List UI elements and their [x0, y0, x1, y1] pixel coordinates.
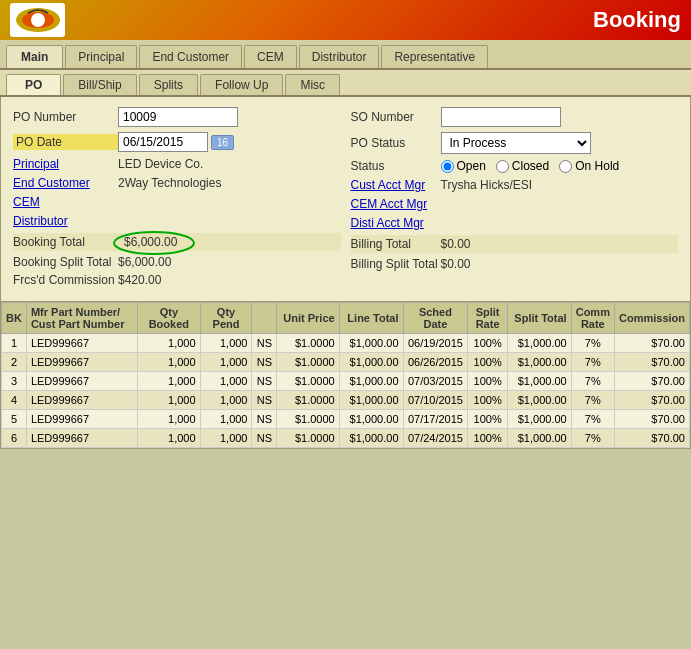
cell-qty-pend: 1,000	[200, 372, 252, 391]
tab-principal[interactable]: Principal	[65, 45, 137, 68]
col-split-rate: Split Rate	[468, 303, 508, 334]
table-row[interactable]: 1 LED999667 1,000 1,000 NS $1.0000 $1,00…	[2, 334, 690, 353]
so-number-row: SO Number	[351, 107, 679, 127]
cell-ns: NS	[252, 391, 277, 410]
principal-link[interactable]: Principal	[13, 157, 118, 171]
cell-comm-rate: 7%	[571, 372, 614, 391]
po-status-row: PO Status In Process Closed Cancelled Op…	[351, 132, 679, 154]
cell-unit-price: $1.0000	[277, 410, 339, 429]
cell-part: LED999667	[26, 353, 137, 372]
end-customer-value: 2Way Technologies	[118, 176, 221, 190]
col-qty-pend: Qty Pend	[200, 303, 252, 334]
cell-ns: NS	[252, 353, 277, 372]
table-row[interactable]: 3 LED999667 1,000 1,000 NS $1.0000 $1,00…	[2, 372, 690, 391]
frcs-commission-label: Frcs'd Commission	[13, 273, 118, 287]
cell-ns: NS	[252, 429, 277, 448]
cell-bk: 5	[2, 410, 27, 429]
table-row[interactable]: 4 LED999667 1,000 1,000 NS $1.0000 $1,00…	[2, 391, 690, 410]
booking-total-row: Booking Total $6,000.00	[13, 233, 341, 251]
cell-ns: NS	[252, 334, 277, 353]
cell-commission: $70.00	[614, 391, 689, 410]
principal-row: Principal LED Device Co.	[13, 157, 341, 171]
cell-comm-rate: 7%	[571, 353, 614, 372]
status-closed-radio[interactable]: Closed	[496, 159, 549, 173]
col-bk: BK	[2, 303, 27, 334]
po-status-select[interactable]: In Process Closed Cancelled Open	[441, 132, 591, 154]
table-row[interactable]: 2 LED999667 1,000 1,000 NS $1.0000 $1,00…	[2, 353, 690, 372]
po-date-input[interactable]	[118, 132, 208, 152]
sub-tab-misc[interactable]: Misc	[285, 74, 340, 95]
status-radio-group: Open Closed On Hold	[441, 159, 620, 173]
table-section: BK Mfr Part Number/Cust Part Number Qty …	[0, 302, 691, 449]
cell-sched-date: 07/03/2015	[403, 372, 468, 391]
header-logo	[10, 3, 65, 37]
cell-sched-date: 06/26/2015	[403, 353, 468, 372]
tab-cem[interactable]: CEM	[244, 45, 297, 68]
header: Booking	[0, 0, 691, 40]
cell-split-total: $1,000.00	[507, 372, 571, 391]
cell-line-total: $1,000.00	[339, 353, 403, 372]
cell-bk: 6	[2, 429, 27, 448]
cell-bk: 2	[2, 353, 27, 372]
cell-part: LED999667	[26, 334, 137, 353]
nav-tabs: Main Principal End Customer CEM Distribu…	[0, 40, 691, 70]
booking-split-total-row: Booking Split Total $6,000.00	[13, 255, 341, 269]
cem-acct-mgr-link[interactable]: CEM Acct Mgr	[351, 197, 441, 211]
cust-acct-mgr-row: Cust Acct Mgr Trysha Hicks/ESI	[351, 178, 679, 192]
col-unit-price: Unit Price	[277, 303, 339, 334]
cell-commission: $70.00	[614, 429, 689, 448]
cell-split-total: $1,000.00	[507, 429, 571, 448]
status-open-radio[interactable]: Open	[441, 159, 486, 173]
tab-representative[interactable]: Representative	[381, 45, 488, 68]
disti-acct-mgr-link[interactable]: Disti Acct Mgr	[351, 216, 441, 230]
bookings-table: BK Mfr Part Number/Cust Part Number Qty …	[1, 302, 690, 448]
cell-bk: 1	[2, 334, 27, 353]
calendar-icon[interactable]: 16	[211, 135, 234, 150]
cell-comm-rate: 7%	[571, 410, 614, 429]
cell-unit-price: $1.0000	[277, 353, 339, 372]
cem-acct-mgr-row: CEM Acct Mgr	[351, 197, 679, 211]
cell-sched-date: 07/24/2015	[403, 429, 468, 448]
end-customer-link[interactable]: End Customer	[13, 176, 118, 190]
cell-qty-pend: 1,000	[200, 391, 252, 410]
cell-qty-booked: 1,000	[138, 391, 200, 410]
tab-distributor[interactable]: Distributor	[299, 45, 380, 68]
cell-bk: 4	[2, 391, 27, 410]
so-number-input[interactable]	[441, 107, 561, 127]
tab-main[interactable]: Main	[6, 45, 63, 68]
cell-commission: $70.00	[614, 410, 689, 429]
cell-split-rate: 100%	[468, 429, 508, 448]
cell-sched-date: 07/10/2015	[403, 391, 468, 410]
cell-qty-booked: 1,000	[138, 353, 200, 372]
sub-tab-billship[interactable]: Bill/Ship	[63, 74, 136, 95]
cell-comm-rate: 7%	[571, 429, 614, 448]
col-comm-rate: Comm Rate	[571, 303, 614, 334]
frcs-commission-row: Frcs'd Commission $420.00	[13, 273, 341, 287]
po-number-input[interactable]	[118, 107, 238, 127]
cell-qty-pend: 1,000	[200, 429, 252, 448]
sub-tab-splits[interactable]: Splits	[139, 74, 198, 95]
table-row[interactable]: 6 LED999667 1,000 1,000 NS $1.0000 $1,00…	[2, 429, 690, 448]
status-onhold-radio[interactable]: On Hold	[559, 159, 619, 173]
billing-split-total-value: $0.00	[441, 257, 471, 271]
billing-total-label: Billing Total	[351, 237, 441, 251]
frcs-commission-value: $420.00	[118, 273, 161, 287]
cust-acct-mgr-link[interactable]: Cust Acct Mgr	[351, 178, 441, 192]
cell-qty-pend: 1,000	[200, 353, 252, 372]
distributor-link[interactable]: Distributor	[13, 214, 118, 228]
table-row[interactable]: 5 LED999667 1,000 1,000 NS $1.0000 $1,00…	[2, 410, 690, 429]
cell-part: LED999667	[26, 410, 137, 429]
billing-total-row: Billing Total $0.00	[351, 235, 679, 253]
sub-tab-followup[interactable]: Follow Up	[200, 74, 283, 95]
col-commission: Commission	[614, 303, 689, 334]
col-split-total: Split Total	[507, 303, 571, 334]
tab-end-customer[interactable]: End Customer	[139, 45, 242, 68]
cem-link[interactable]: CEM	[13, 195, 118, 209]
sub-tab-po[interactable]: PO	[6, 74, 61, 95]
cell-line-total: $1,000.00	[339, 410, 403, 429]
booking-total-label: Booking Total	[13, 235, 118, 249]
booking-split-total-value: $6,000.00	[118, 255, 171, 269]
cell-split-rate: 100%	[468, 334, 508, 353]
cell-split-rate: 100%	[468, 391, 508, 410]
col-ns	[252, 303, 277, 334]
